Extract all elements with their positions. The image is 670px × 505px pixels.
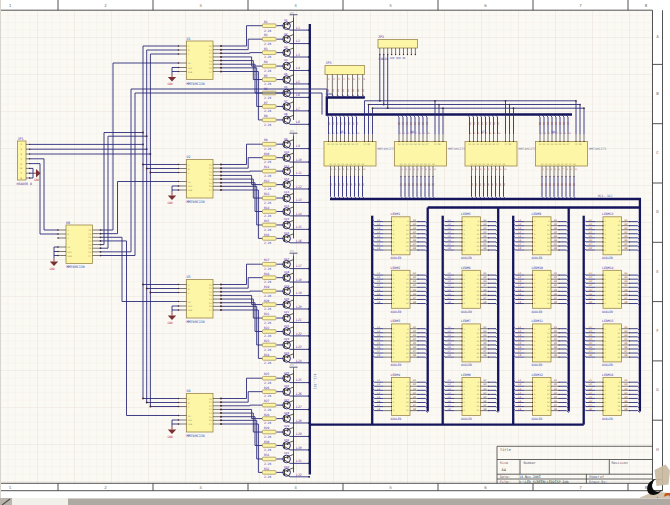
resistor-designator: R1: [264, 20, 268, 24]
junction-dot: [150, 406, 152, 408]
resistor-designator: R7: [264, 101, 268, 105]
net-label: L4: [296, 66, 300, 70]
junction-dot: [461, 233, 462, 234]
transistor-designator: Q7: [284, 99, 288, 103]
net-label: H1: [329, 183, 332, 187]
resistor-body[interactable]: [263, 64, 277, 68]
resistor-body[interactable]: [263, 237, 277, 241]
junction-dot: [532, 233, 533, 234]
net-label: L11: [296, 171, 302, 175]
junction-dot: [602, 328, 603, 329]
resistor-body[interactable]: [263, 196, 277, 200]
ic-value: MM74HC273: [378, 147, 395, 151]
resistor-body[interactable]: [263, 444, 277, 448]
junction-dot: [461, 287, 462, 288]
pin-name: G2B: [68, 255, 73, 258]
resistor-value: 2.2K: [264, 267, 271, 271]
resistor-body[interactable]: [263, 417, 277, 421]
resistor-body[interactable]: [263, 156, 277, 160]
resistor-body[interactable]: [263, 262, 277, 266]
resistor-body[interactable]: [263, 276, 277, 280]
resistor-body[interactable]: [263, 78, 277, 82]
resistor-body[interactable]: [263, 330, 277, 334]
resistor-body[interactable]: [263, 105, 277, 109]
resistor-body[interactable]: [263, 376, 277, 380]
pan-diagonal-icon: [0, 498, 12, 505]
junction-dot: [372, 107, 374, 109]
resistor-designator: R29: [264, 426, 270, 430]
resistor-body[interactable]: [263, 303, 277, 307]
net-label: D4: [343, 122, 346, 126]
resistor-designator: R15: [264, 219, 270, 223]
connector-body[interactable]: [378, 40, 418, 49]
junction-dot: [567, 141, 568, 142]
junction-dot: [532, 382, 533, 383]
junction-dot: [602, 303, 603, 304]
junction-dot: [461, 382, 462, 383]
module-value: 8X8LED: [602, 310, 613, 314]
resistor-body[interactable]: [263, 210, 277, 214]
junction-dot: [532, 348, 533, 349]
net-label: L27: [296, 405, 302, 409]
connector-body[interactable]: [325, 66, 365, 75]
net-label: L23: [296, 345, 302, 349]
net-label: H1: [399, 183, 402, 187]
scrollbar-track[interactable]: [12, 498, 68, 505]
junction-dot: [391, 336, 392, 337]
module-value: 8X8LED: [602, 417, 613, 421]
junction-dot: [328, 141, 329, 142]
resistor-body[interactable]: [263, 169, 277, 173]
resistor-value: 2.2K: [264, 187, 271, 191]
junction-dot: [602, 353, 603, 354]
module-designator: LEDM12: [532, 373, 544, 377]
net-label: L14: [296, 212, 302, 216]
transistor-designator: Q18: [284, 270, 289, 274]
titleblock-sheet-label: Sheet: [589, 475, 599, 479]
resistor-body[interactable]: [263, 457, 277, 461]
junction-dot: [473, 141, 474, 142]
net-label: L6: [296, 93, 300, 97]
module-designator: LEDM8: [461, 373, 471, 377]
resistor-body[interactable]: [263, 403, 277, 407]
resistor-body[interactable]: [263, 118, 277, 122]
h-scrollbar[interactable]: [0, 498, 670, 505]
resistor-body[interactable]: [263, 142, 277, 146]
junction-dot: [532, 344, 533, 345]
module-designator: LEDM10: [532, 266, 544, 270]
net-label: H3: [337, 183, 340, 187]
connector-designator: JP2: [378, 35, 384, 39]
junction-dot: [461, 225, 462, 226]
resistor-body[interactable]: [263, 390, 277, 394]
resistor-body[interactable]: [263, 471, 277, 475]
resistor-body[interactable]: [263, 223, 277, 227]
junction-dot: [509, 104, 511, 106]
transistor-designator: Q9: [284, 137, 288, 141]
junction-dot: [532, 245, 533, 246]
resistor-body[interactable]: [263, 289, 277, 293]
resistor-body[interactable]: [263, 24, 277, 28]
resistor-body[interactable]: [263, 183, 277, 187]
net-label: H2: [474, 183, 477, 187]
resistor-body[interactable]: [263, 357, 277, 361]
resistor-body[interactable]: [263, 316, 277, 320]
resistor-body[interactable]: [263, 51, 277, 55]
module-designator: LEDM3: [391, 319, 401, 323]
resistor-body[interactable]: [263, 37, 277, 41]
schematic-canvas[interactable]: 1234567812345678ABCDEFGH VCCR12.2KQ1L1R2…: [0, 0, 670, 505]
junction-dot: [532, 249, 533, 250]
resistor-body[interactable]: [263, 430, 277, 434]
junction-dot: [340, 141, 341, 142]
scrollbar-thumb[interactable]: [68, 498, 670, 505]
vcc-label: VCC: [290, 364, 295, 367]
net-label: L22: [296, 332, 302, 336]
junction-dot: [442, 107, 444, 109]
junction-dot: [442, 141, 443, 142]
net-label: D6: [492, 122, 495, 126]
junction-dot: [532, 291, 533, 292]
junction-dot: [555, 141, 556, 142]
gnd-label: GND: [168, 82, 174, 86]
resistor-body[interactable]: [263, 343, 277, 347]
net-label: D1: [542, 122, 545, 126]
net-label: D3: [550, 122, 553, 126]
scrollbar-corner-button[interactable]: [0, 498, 12, 505]
